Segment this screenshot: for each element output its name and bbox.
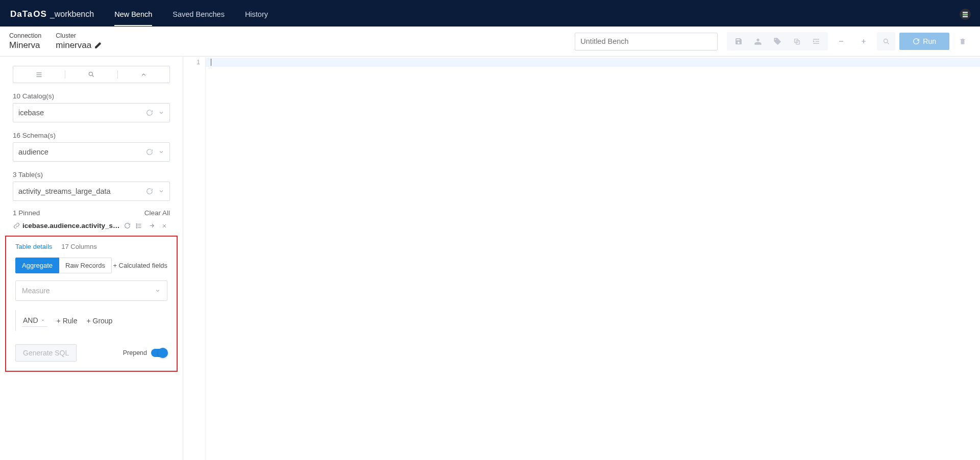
table-value: activity_streams_large_data [18, 187, 111, 195]
bench-title-input[interactable] [575, 33, 718, 50]
cluster-name: minervaa [56, 40, 91, 50]
refresh-icon[interactable] [146, 148, 153, 156]
connection-label: Connection [9, 32, 41, 39]
studio-panel: Table details 17 Columns Aggregate Raw R… [5, 236, 178, 372]
logic-dropdown[interactable]: AND [22, 314, 47, 327]
line-number: 1 [183, 59, 200, 66]
svg-point-10 [136, 227, 137, 227]
edit-cluster-icon[interactable] [94, 42, 102, 49]
schema-value: audience [18, 148, 48, 156]
svg-point-9 [136, 225, 137, 226]
run-button[interactable]: Run [899, 33, 949, 50]
sidebar-toolbar [13, 66, 170, 83]
raw-records-button[interactable]: Raw Records [59, 258, 112, 273]
link-icon [12, 222, 21, 229]
pinned-count: 1 Pinned [13, 209, 40, 217]
prepend-toggle[interactable] [151, 349, 167, 357]
tab-table-details[interactable]: Table details [15, 243, 52, 250]
generate-sql-button[interactable]: Generate SQL [15, 344, 77, 362]
schema-select[interactable]: audience [13, 142, 170, 162]
save-icon[interactable] [729, 32, 748, 50]
clear-all-link[interactable]: Clear All [144, 209, 170, 217]
svg-point-7 [89, 72, 92, 75]
run-icon [913, 38, 920, 45]
logic-label: AND [23, 316, 38, 324]
nav-new-bench[interactable]: New Bench [114, 2, 152, 26]
measure-placeholder: Measure [22, 287, 50, 295]
open-icon[interactable] [146, 222, 157, 229]
aggregate-button[interactable]: Aggregate [15, 258, 59, 273]
svg-point-8 [136, 223, 137, 224]
search-icon[interactable] [877, 32, 895, 50]
chevron-down-icon [158, 149, 164, 155]
cluster-block: Cluster minervaa [56, 32, 102, 50]
primary-nav: New Bench Saved Benches History [114, 2, 268, 26]
svg-rect-3 [963, 16, 968, 17]
collapse-icon[interactable] [118, 71, 169, 78]
editor-cursor [211, 59, 211, 66]
svg-point-6 [884, 39, 888, 43]
add-group-link[interactable]: + Group [86, 317, 112, 325]
catalog-count: 10 Catalog(s) [13, 92, 170, 100]
logo-sub: _workbench [50, 10, 94, 19]
refresh-icon[interactable] [146, 188, 153, 195]
nav-saved-benches[interactable]: Saved Benches [173, 2, 225, 26]
nav-history[interactable]: History [245, 2, 268, 26]
share-icon[interactable] [748, 32, 768, 50]
tag-icon[interactable] [768, 32, 787, 50]
list-view-icon[interactable] [13, 71, 65, 79]
connection-value[interactable]: Minerva [9, 40, 41, 50]
caret-down-icon [40, 318, 45, 323]
active-line-highlight [206, 58, 980, 67]
table-path: icebase.audience.activity_str... [22, 222, 121, 229]
chevron-down-icon [158, 188, 164, 194]
bench-toolbar: Run [575, 32, 972, 50]
run-label: Run [923, 37, 936, 45]
catalog-select[interactable]: icebase [13, 103, 170, 122]
pinned-table-row[interactable]: icebase.audience.activity_str... [12, 222, 170, 229]
svg-rect-2 [963, 14, 968, 15]
copy-icon[interactable] [787, 32, 806, 50]
logo-data: DaTa [10, 9, 33, 19]
columns-icon[interactable] [133, 222, 144, 229]
sidebar: 10 Catalog(s) icebase 16 Schema(s) audie… [0, 57, 183, 460]
table-count: 3 Table(s) [13, 171, 170, 178]
table-select[interactable]: activity_streams_large_data [13, 182, 170, 201]
logo-os: OS [33, 9, 47, 19]
add-rule-link[interactable]: + Rule [57, 317, 78, 325]
chevron-down-icon [155, 288, 161, 294]
catalog-value: icebase [18, 109, 44, 117]
cluster-value[interactable]: minervaa [56, 40, 102, 50]
chevron-down-icon [158, 110, 164, 116]
editor-gutter: 1 [183, 57, 206, 460]
sql-editor[interactable]: 1 [183, 57, 980, 460]
action-strip [727, 32, 828, 50]
app-logo: DaTa OS _workbench [10, 9, 94, 19]
prepend-label: Prepend [123, 349, 147, 356]
svg-rect-1 [963, 12, 968, 13]
minimize-icon[interactable] [832, 32, 850, 50]
add-icon[interactable] [854, 32, 873, 50]
schema-count: 16 Schema(s) [13, 132, 170, 139]
indent-icon[interactable] [806, 32, 826, 50]
app-header: DaTa OS _workbench New Bench Saved Bench… [0, 2, 980, 27]
calculated-fields-link[interactable]: + Calculated fields [113, 262, 167, 269]
tab-columns[interactable]: 17 Columns [61, 243, 96, 250]
delete-icon[interactable] [953, 32, 972, 50]
refresh-icon[interactable] [122, 222, 132, 229]
measure-select[interactable]: Measure [15, 280, 167, 301]
connection-block: Connection Minerva [9, 32, 41, 50]
connection-bar: Connection Minerva Cluster minervaa [0, 27, 980, 57]
avatar[interactable] [960, 9, 971, 20]
sidebar-search-icon[interactable] [65, 71, 117, 78]
refresh-icon[interactable] [146, 109, 153, 116]
close-icon[interactable] [159, 223, 170, 229]
cluster-label: Cluster [56, 32, 102, 39]
